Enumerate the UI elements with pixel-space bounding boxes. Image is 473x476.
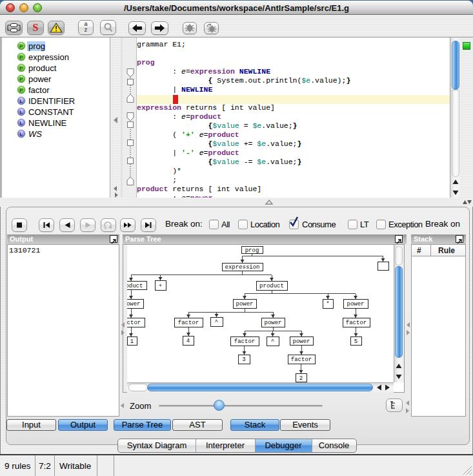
svg-text:expression: expression (225, 264, 259, 271)
svg-text:factor: factor (346, 320, 367, 326)
svg-text:4: 4 (186, 338, 190, 344)
svg-text:power: power (264, 320, 281, 326)
svg-text:P: P (19, 43, 23, 49)
svg-text:L: L (20, 98, 23, 104)
svg-text:1: 1 (130, 338, 134, 345)
svg-text:P: P (19, 65, 23, 71)
svg-text:power: power (347, 301, 364, 307)
svg-text:power: power (127, 301, 141, 307)
svg-text:product: product (259, 283, 284, 289)
svg-text:product: product (127, 283, 143, 289)
svg-text:*: * (326, 301, 329, 307)
svg-text:P: P (19, 87, 23, 93)
svg-text:L: L (20, 109, 23, 115)
svg-text:^: ^ (271, 338, 274, 345)
svg-text:L: L (20, 120, 23, 126)
svg-text:^: ^ (215, 319, 218, 326)
svg-text:prog: prog (245, 247, 259, 254)
svg-text:power: power (292, 338, 310, 345)
svg-text:power: power (236, 301, 253, 307)
svg-text:5: 5 (354, 338, 357, 345)
svg-text:factor: factor (178, 320, 199, 326)
svg-text:factor: factor (234, 338, 255, 345)
svg-text:factor: factor (127, 320, 141, 326)
svg-text:3: 3 (242, 357, 245, 363)
svg-text:2: 2 (299, 375, 303, 382)
svg-text:L: L (20, 131, 23, 137)
svg-text:P: P (19, 76, 23, 82)
svg-text:P: P (19, 54, 23, 60)
svg-text:factor: factor (291, 357, 312, 363)
svg-text:+: + (159, 283, 162, 289)
